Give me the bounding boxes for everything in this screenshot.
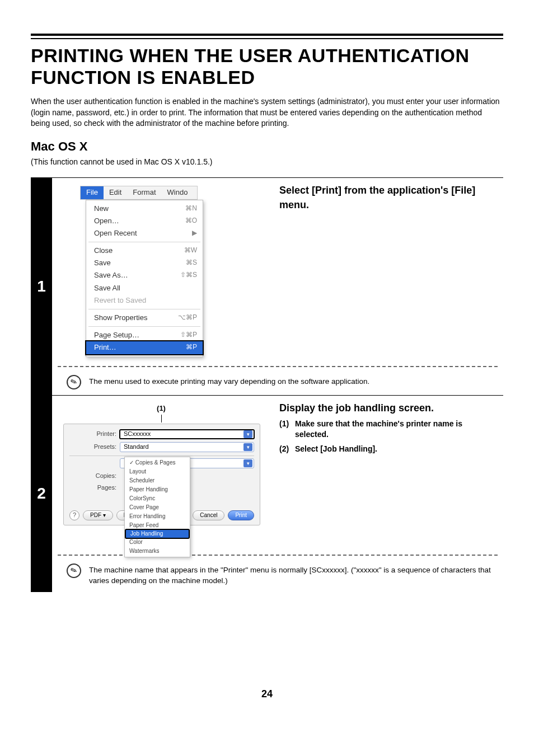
menu-save-as-shortcut: ⇧⌘S — [180, 270, 197, 280]
step1-note-text: The menu used to execute printing may va… — [89, 375, 369, 387]
menu-new[interactable]: New⌘N — [86, 203, 203, 215]
menu-save-all-label: Save All — [94, 283, 120, 293]
menu-open-shortcut: ⌘O — [185, 216, 197, 226]
step2-item-2-num: (2) — [279, 444, 295, 455]
option-error-handling[interactable]: Error Handling — [125, 512, 190, 521]
menu-print-label: Print… — [94, 342, 116, 353]
step-number-2: 2 — [31, 396, 52, 592]
menu-show-properties-shortcut: ⌥⌘P — [178, 313, 197, 323]
printer-select-value: SCxxxxxx — [124, 430, 151, 438]
menu-open-label: Open… — [94, 216, 119, 226]
option-scheduler[interactable]: Scheduler — [125, 476, 190, 485]
menubar: File Edit Format Windo — [80, 186, 198, 199]
menu-save-as-label: Save As… — [94, 270, 128, 280]
menu-show-properties[interactable]: Show Properties⌥⌘P — [86, 312, 203, 324]
step2-heading: Display the job handling screen. — [279, 401, 498, 415]
printer-select[interactable]: SCxxxxxx ▾ — [119, 429, 255, 439]
menu-new-shortcut: ⌘N — [185, 204, 197, 214]
menu-print-shortcut: ⌘P — [186, 342, 197, 353]
presets-select-value: Standard — [124, 443, 149, 451]
dropdown-arrow-icon: ▾ — [243, 459, 252, 467]
intro-paragraph: When the user authentication function is… — [31, 96, 503, 129]
menu-save-all[interactable]: Save All — [86, 282, 203, 294]
step-number-1: 1 — [31, 178, 52, 395]
step2-item-1-num: (1) — [279, 419, 295, 440]
step2-item-2-text: Select [Job Handling]. — [295, 444, 498, 455]
note-icon: ✎ — [64, 373, 83, 391]
file-dropdown: New⌘N Open…⌘O Open Recent▶ Close⌘W Save⌘… — [86, 200, 203, 357]
menu-save-label: Save — [94, 258, 111, 268]
menu-show-properties-label: Show Properties — [94, 313, 147, 323]
page-number: 24 — [31, 687, 503, 701]
step2-item-1: (1) Make sure that the machine's printer… — [279, 419, 498, 440]
menu-page-setup-shortcut: ⇧⌘P — [180, 330, 197, 340]
callout-1-line — [161, 415, 162, 422]
print-button[interactable]: Print — [228, 510, 254, 520]
menu-open-recent[interactable]: Open Recent▶ — [86, 227, 203, 240]
step-2: 2 (1) Printer: SCxxxxxx ▾ Presets: — [31, 395, 503, 592]
menu-close[interactable]: Close⌘W — [86, 245, 203, 257]
menubar-window[interactable]: Windo — [162, 186, 194, 199]
help-button[interactable]: ? — [69, 510, 79, 520]
step2-screenshot: (1) Printer: SCxxxxxx ▾ Presets: Standar… — [58, 400, 265, 549]
presets-label: Presets: — [69, 443, 120, 451]
option-color[interactable]: Color — [125, 538, 190, 547]
menu-save[interactable]: Save⌘S — [86, 257, 203, 269]
option-copies-pages[interactable]: Copies & Pages — [125, 458, 190, 467]
menu-close-label: Close — [94, 246, 113, 256]
callout-1-label: (1) — [63, 403, 259, 414]
pages-label: Pages: — [69, 483, 120, 492]
step2-note-row: ✎ The machine name that appears in the "… — [58, 555, 498, 586]
step1-screenshot: File Edit Format Windo New⌘N Open…⌘O Ope… — [58, 182, 265, 360]
pdf-button[interactable]: PDF ▾ — [83, 510, 113, 520]
section-subtitle: Mac OS X — [31, 138, 503, 156]
dropdown-arrow-icon: ▾ — [243, 443, 252, 451]
menu-page-setup-label: Page Setup… — [94, 330, 139, 340]
page-title: PRINTING WHEN THE USER AUTHENTICATION FU… — [31, 45, 503, 88]
menu-save-as[interactable]: Save As…⇧⌘S — [86, 269, 203, 281]
menu-open-recent-label: Open Recent — [94, 228, 137, 238]
menubar-format[interactable]: Format — [127, 186, 161, 199]
menu-new-label: New — [94, 204, 109, 214]
option-cover-page[interactable]: Cover Page — [125, 503, 190, 512]
option-layout[interactable]: Layout — [125, 467, 190, 476]
step2-note-text: The machine name that appears in the "Pr… — [89, 564, 498, 586]
menubar-file[interactable]: File — [81, 186, 104, 199]
step2-item-1-text: Make sure that the machine's printer nam… — [295, 419, 498, 440]
step-1: 1 File Edit Format Windo New⌘N Open…⌘O O… — [31, 177, 503, 395]
menu-print[interactable]: Print…⌘P — [85, 340, 204, 355]
menu-revert-label: Revert to Saved — [94, 295, 146, 306]
pane-options-popup: Copies & Pages Layout Scheduler Paper Ha… — [124, 457, 190, 557]
menu-revert: Revert to Saved — [86, 294, 203, 307]
menu-close-shortcut: ⌘W — [184, 246, 197, 256]
presets-select[interactable]: Standard ▾ — [120, 442, 254, 452]
print-dialog: Printer: SCxxxxxx ▾ Presets: Standard ▾ — [63, 424, 260, 525]
cancel-button[interactable]: Cancel — [193, 510, 224, 520]
section-subnote: (This function cannot be used in Mac OS … — [31, 157, 503, 168]
printer-label: Printer: — [69, 430, 120, 438]
top-rule — [31, 34, 503, 39]
menu-open[interactable]: Open…⌘O — [86, 215, 203, 227]
menubar-edit[interactable]: Edit — [104, 186, 127, 199]
option-watermarks[interactable]: Watermarks — [125, 547, 190, 556]
note-icon: ✎ — [64, 561, 83, 580]
step1-heading: Select [Print] from the application's [F… — [279, 184, 498, 212]
step1-note-row: ✎ The menu used to execute printing may … — [58, 366, 498, 389]
menu-save-shortcut: ⌘S — [186, 258, 197, 268]
option-colorsync[interactable]: ColorSync — [125, 494, 190, 503]
dropdown-arrow-icon: ▾ — [243, 430, 252, 438]
menu-open-recent-arrow: ▶ — [192, 228, 197, 238]
option-paper-handling[interactable]: Paper Handling — [125, 485, 190, 494]
step2-item-2: (2) Select [Job Handling]. — [279, 444, 498, 455]
menu-page-setup[interactable]: Page Setup…⇧⌘P — [86, 329, 203, 341]
copies-label: Copies: — [69, 472, 120, 480]
